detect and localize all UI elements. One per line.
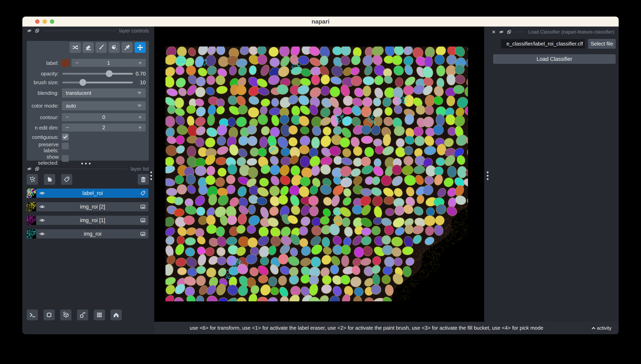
transpose-dimensions-button[interactable] bbox=[77, 310, 88, 320]
eye-icon bbox=[39, 217, 45, 223]
viewer-canvas-area[interactable] bbox=[154, 26, 484, 322]
layer-visibility-toggle[interactable] bbox=[39, 204, 45, 210]
n-edit-dim-spinbox: − 2 + bbox=[62, 124, 146, 132]
close-dock-icon[interactable] bbox=[492, 30, 496, 34]
label-decrement[interactable]: − bbox=[72, 60, 82, 66]
label-increment[interactable]: + bbox=[134, 60, 146, 66]
float-dock-icon[interactable] bbox=[35, 28, 40, 33]
brush-size-slider-handle[interactable] bbox=[80, 79, 86, 86]
cube-icon bbox=[62, 312, 69, 318]
layer-row[interactable]: label_roi bbox=[27, 188, 148, 198]
status-message: use <6> for transform, use <1> for activ… bbox=[154, 325, 579, 331]
float-dock-icon[interactable] bbox=[507, 30, 512, 34]
classifier-path-input[interactable]: e_classifier/label_roi_classifier.clf bbox=[501, 39, 585, 48]
contour-decrement[interactable]: − bbox=[62, 114, 73, 120]
left-dock-splitter-handle[interactable] bbox=[150, 172, 152, 180]
fill-bucket-button[interactable] bbox=[108, 42, 120, 53]
contour-caption: contour: bbox=[30, 114, 59, 120]
contour-increment[interactable]: + bbox=[134, 114, 146, 120]
label-eraser-button[interactable] bbox=[82, 42, 94, 53]
title-bar: napari bbox=[22, 16, 619, 26]
paint-brush-button[interactable] bbox=[96, 42, 107, 53]
label-row: label: − 1 + bbox=[30, 59, 146, 67]
hide-dock-icon[interactable] bbox=[27, 166, 32, 172]
contiguous-checkbox[interactable] bbox=[62, 134, 69, 140]
label-value[interactable]: 1 bbox=[82, 60, 134, 66]
n-edit-dim-value[interactable]: 2 bbox=[73, 124, 134, 131]
opacity-row: opacity: 0.70 bbox=[30, 70, 146, 78]
status-bar: use <6> for transform, use <1> for activ… bbox=[154, 322, 619, 334]
layer-visibility-toggle[interactable] bbox=[39, 231, 45, 237]
opacity-value: 0.70 bbox=[130, 71, 146, 77]
trash-icon bbox=[140, 176, 147, 183]
n-edit-dim-decrement[interactable]: − bbox=[62, 124, 73, 131]
hide-dock-icon[interactable] bbox=[499, 29, 504, 34]
layer-list-title: layer list bbox=[130, 166, 149, 172]
hide-dock-icon[interactable] bbox=[27, 28, 32, 33]
contour-row: contour: − 0 + bbox=[30, 113, 146, 122]
opacity-slider[interactable] bbox=[62, 70, 133, 78]
shuffle-colors-button[interactable] bbox=[70, 42, 81, 53]
show-selected-caption: show selected: bbox=[30, 154, 59, 166]
layer-row[interactable]: img_roi [2] bbox=[27, 202, 148, 211]
new-points-layer-button[interactable] bbox=[27, 174, 38, 185]
n-edit-dim-increment[interactable]: + bbox=[134, 124, 146, 131]
roll-dimensions-button[interactable] bbox=[60, 310, 72, 320]
layer-visibility-toggle[interactable] bbox=[39, 217, 45, 223]
console-icon bbox=[29, 312, 36, 318]
activity-button[interactable]: activity bbox=[591, 325, 612, 331]
layer-controls-title: layer controls bbox=[119, 28, 149, 34]
color-picker-button[interactable] bbox=[122, 42, 133, 53]
blending-row: blending: translucent bbox=[30, 88, 146, 98]
blending-value: translucent bbox=[66, 90, 137, 96]
layer-name: img_roi [2] bbox=[45, 204, 140, 210]
classifier-header: Load Classifier (napari-feature-classifi… bbox=[492, 29, 614, 34]
layer-thumbnail bbox=[27, 188, 36, 198]
grid-view-button[interactable] bbox=[94, 310, 105, 320]
home-reset-view-button[interactable] bbox=[110, 310, 122, 320]
new-shapes-layer-button[interactable] bbox=[44, 174, 55, 185]
pan-zoom-button[interactable] bbox=[134, 42, 146, 53]
layer-list-toolbar bbox=[27, 174, 72, 185]
delete-layer-button[interactable] bbox=[138, 174, 149, 185]
move-arrows-icon bbox=[137, 44, 143, 51]
eye-icon bbox=[39, 204, 45, 210]
layer-row[interactable]: img_roi [1] bbox=[27, 216, 148, 225]
brush-size-value: 10 bbox=[130, 80, 146, 86]
toggle-2d-3d-button[interactable] bbox=[44, 310, 55, 320]
brush-size-slider[interactable] bbox=[62, 79, 133, 86]
header-divider bbox=[514, 32, 526, 32]
color-picker-icon bbox=[124, 44, 130, 51]
contour-value[interactable]: 0 bbox=[73, 114, 134, 120]
layer-visibility-toggle[interactable] bbox=[39, 190, 45, 196]
new-labels-layer-button[interactable] bbox=[61, 174, 72, 185]
label-color-swatch[interactable] bbox=[62, 59, 70, 67]
console-button[interactable] bbox=[27, 310, 38, 320]
layer-name: label_roi bbox=[45, 190, 140, 196]
image-layer-type-icon bbox=[140, 204, 146, 210]
color-mode-dropdown[interactable]: auto bbox=[62, 101, 146, 110]
paintbrush-icon bbox=[98, 44, 104, 51]
blending-dropdown[interactable]: translucent bbox=[62, 88, 146, 98]
shapes-icon bbox=[46, 176, 53, 182]
select-file-button[interactable]: Select file bbox=[588, 39, 616, 49]
layer-row[interactable]: img_roi bbox=[27, 229, 148, 238]
opacity-slider-handle[interactable] bbox=[106, 70, 112, 77]
viewer-buttons bbox=[27, 310, 122, 320]
label-tools-row bbox=[70, 42, 146, 53]
show-selected-checkbox[interactable] bbox=[62, 155, 69, 162]
dock-resize-handle[interactable] bbox=[81, 163, 90, 164]
classifier-path-value: e_classifier/label_roi_classifier.clf bbox=[506, 39, 583, 48]
brush-size-slider-fill bbox=[62, 82, 82, 84]
opacity-caption: opacity: bbox=[30, 71, 59, 77]
eraser-icon bbox=[85, 44, 92, 51]
transpose-icon bbox=[79, 312, 86, 318]
preserve-labels-checkbox[interactable] bbox=[62, 143, 69, 150]
check-icon bbox=[62, 134, 68, 140]
float-dock-icon[interactable] bbox=[35, 166, 40, 171]
layer-list-header: layer list bbox=[27, 166, 149, 172]
eye-icon bbox=[39, 231, 45, 237]
cell-segmentation-image[interactable] bbox=[166, 46, 468, 301]
load-classifier-button[interactable]: Load Classifier bbox=[493, 54, 616, 64]
preserve-labels-row: preserve labels: bbox=[30, 142, 146, 153]
